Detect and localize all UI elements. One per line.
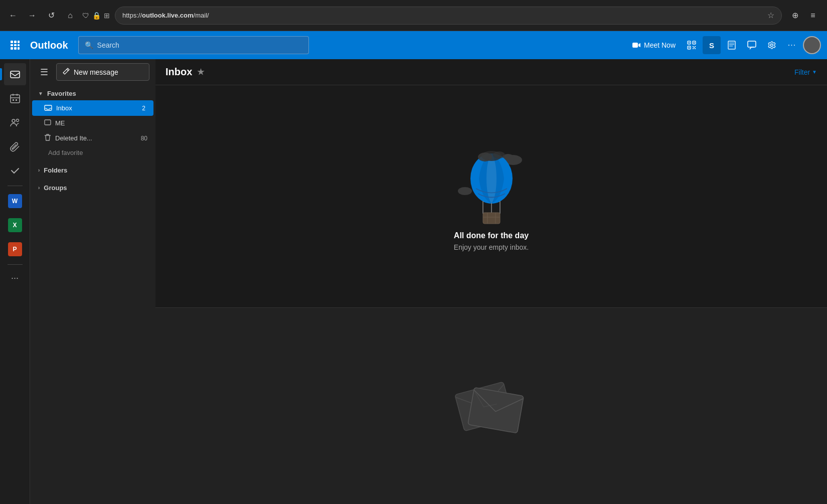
balloon-illustration	[454, 141, 529, 231]
svg-rect-5	[18, 44, 20, 46]
settings-button[interactable]	[763, 36, 781, 54]
address-bar[interactable]: https://outlook.live.com/mail/ ☆	[115, 7, 782, 25]
new-message-label: New message	[74, 68, 118, 76]
search-bar[interactable]: 🔍 Search	[78, 36, 309, 54]
folders-label: Folders	[44, 166, 67, 174]
svg-rect-1	[14, 41, 17, 43]
extensions-button[interactable]: ⊕	[787, 8, 803, 24]
browser-chrome: ← → ↺ ⌂ 🛡 🔒 ⊞ https://outlook.live.com/m…	[0, 0, 827, 31]
favorites-label: Favorites	[47, 90, 76, 97]
rail-word[interactable]: W	[4, 190, 26, 212]
sidebar-top: ☰ New message	[30, 59, 155, 85]
qr-code-button[interactable]	[683, 36, 701, 54]
ppt-app-icon: P	[8, 242, 22, 256]
filter-button[interactable]: Filter ▼	[794, 68, 817, 76]
svg-rect-20	[694, 47, 695, 48]
svg-rect-45	[483, 213, 500, 224]
user-avatar[interactable]	[803, 36, 821, 54]
new-message-button[interactable]: New message	[56, 63, 149, 81]
me-folder-label: ME	[55, 119, 147, 127]
header-right-icons: Meet Now S	[627, 36, 821, 54]
home-button[interactable]: ⌂	[63, 9, 77, 23]
outlook-header: Outlook 🔍 Search Meet Now S	[0, 31, 827, 59]
svg-point-39	[478, 152, 492, 161]
extension-icon: ⊞	[104, 12, 110, 20]
favorites-header[interactable]: ▼ Favorites	[30, 87, 155, 100]
rail-people[interactable]	[4, 111, 26, 133]
hamburger-button[interactable]: ☰	[36, 64, 52, 80]
bookmark-icon[interactable]: ☆	[767, 11, 774, 20]
deleted-folder[interactable]: Deleted Ite... 80	[30, 130, 155, 146]
groups-label: Groups	[44, 184, 67, 192]
rail-calendar[interactable]	[4, 87, 26, 109]
svg-rect-25	[748, 41, 756, 47]
folders-header[interactable]: › Folders	[30, 163, 155, 177]
inbox-title-area: Inbox ★	[166, 66, 204, 78]
excel-app-icon: X	[8, 218, 22, 232]
main-content: Inbox ★ Filter ▼	[155, 59, 827, 504]
feedback-button[interactable]	[743, 36, 761, 54]
browser-more-button[interactable]: ≡	[805, 8, 821, 24]
empty-state-top: All done for the day Enjoy your empty in…	[155, 85, 827, 308]
url-text: https://outlook.live.com/mail/	[122, 12, 767, 19]
svg-rect-6	[11, 47, 13, 50]
svg-rect-9	[632, 43, 638, 48]
meet-now-button[interactable]: Meet Now	[627, 36, 681, 54]
empty-state-subtitle: Enjoy your empty inbox.	[454, 243, 529, 251]
waffle-button[interactable]	[6, 36, 24, 54]
rail-excel[interactable]: X	[4, 214, 26, 236]
svg-rect-21	[728, 41, 735, 49]
lock-icon: 🔒	[92, 12, 101, 20]
filter-chevron-icon: ▼	[812, 69, 817, 75]
back-button[interactable]: ←	[6, 9, 20, 23]
inbox-count: 2	[142, 105, 145, 112]
svg-rect-7	[14, 47, 17, 50]
icon-rail: W X P ···	[0, 59, 30, 504]
svg-rect-19	[695, 48, 696, 49]
more-apps-icon: ···	[11, 273, 19, 283]
svg-rect-16	[693, 46, 694, 47]
refresh-button[interactable]: ↺	[44, 9, 58, 23]
more-options-button[interactable]: ···	[783, 36, 801, 54]
inbox-folder[interactable]: Inbox 2	[32, 100, 153, 116]
me-folder[interactable]: ME	[30, 116, 155, 130]
deleted-icon	[44, 133, 51, 143]
inbox-star-icon[interactable]: ★	[197, 67, 204, 77]
url-domain: outlook.live.com	[142, 12, 194, 19]
envelope-illustration	[441, 366, 542, 446]
svg-point-36	[458, 187, 472, 195]
rail-attachments[interactable]	[4, 135, 26, 157]
folders-section: › Folders	[30, 161, 155, 179]
groups-header[interactable]: › Groups	[30, 181, 155, 195]
svg-rect-29	[16, 99, 17, 101]
skype-button[interactable]: S	[703, 36, 721, 54]
groups-chevron: ›	[38, 185, 40, 191]
svg-rect-18	[693, 48, 694, 49]
search-icon: 🔍	[85, 41, 93, 49]
svg-rect-24	[729, 46, 733, 47]
inbox-title-text: Inbox	[166, 66, 192, 78]
browser-right-icons: ⊕ ≡	[787, 8, 821, 24]
rail-todo[interactable]	[4, 159, 26, 182]
forward-button[interactable]: →	[25, 9, 39, 23]
svg-rect-0	[11, 41, 13, 43]
svg-rect-11	[689, 42, 690, 43]
deleted-label: Deleted Ite...	[55, 134, 137, 142]
svg-rect-2	[18, 41, 20, 43]
favorites-chevron: ▼	[38, 91, 43, 96]
deleted-count: 80	[141, 135, 147, 142]
svg-rect-22	[729, 43, 734, 44]
rail-divider-2	[8, 264, 23, 265]
skype-icon: S	[709, 41, 714, 50]
rail-mail[interactable]	[4, 63, 26, 85]
svg-rect-3	[11, 44, 13, 46]
rail-powerpoint[interactable]: P	[4, 238, 26, 260]
more-apps-button[interactable]: ···	[4, 269, 26, 287]
inbox-header: Inbox ★ Filter ▼	[155, 59, 827, 85]
add-favorite-button[interactable]: Add favorite	[30, 146, 155, 159]
filter-label: Filter	[794, 68, 810, 76]
more-options-icon: ···	[788, 41, 796, 50]
word-header-button[interactable]	[723, 36, 741, 54]
search-placeholder: Search	[97, 41, 119, 49]
svg-rect-15	[689, 47, 690, 48]
